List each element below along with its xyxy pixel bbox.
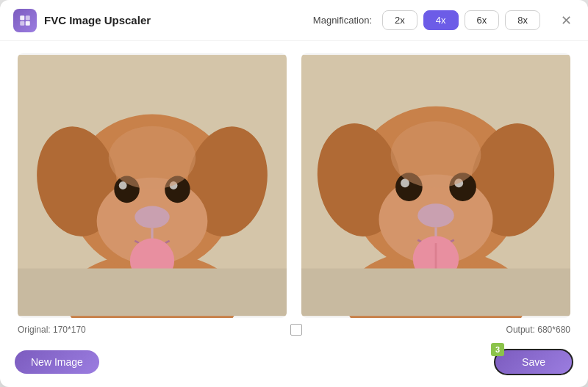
svg-rect-0	[20, 15, 24, 20]
main-content	[0, 41, 588, 318]
compare-icon[interactable]	[290, 324, 302, 336]
svg-point-14	[135, 206, 169, 228]
titlebar: FVC Image Upscaler Magnification: 2x 4x …	[0, 0, 588, 41]
mag-btn-2x[interactable]: 2x	[382, 10, 417, 30]
close-button[interactable]: ✕	[558, 12, 575, 29]
app-window: FVC Image Upscaler Magnification: 2x 4x …	[0, 0, 588, 387]
svg-point-34	[391, 121, 481, 187]
output-size-label: Output: 680*680	[506, 325, 570, 335]
svg-rect-2	[20, 21, 24, 25]
svg-rect-19	[18, 269, 287, 317]
save-badge: 3	[491, 343, 504, 356]
mag-btn-6x[interactable]: 6x	[465, 10, 500, 30]
mag-btn-8x[interactable]: 8x	[505, 10, 540, 30]
info-bar: Original: 170*170 Output: 680*680	[0, 318, 588, 341]
original-image-panel	[18, 53, 287, 318]
magnification-label: Magnification:	[313, 15, 372, 26]
output-image-panel	[301, 53, 570, 318]
app-logo	[13, 9, 37, 32]
original-size-label: Original: 170*170	[18, 325, 86, 335]
footer: New Image 3 Save	[0, 341, 588, 387]
save-button[interactable]: Save	[494, 349, 573, 375]
new-image-button[interactable]: New Image	[15, 350, 99, 374]
svg-rect-3	[26, 21, 30, 25]
svg-point-18	[109, 126, 196, 189]
magnification-buttons: 2x 4x 6x 8x	[382, 10, 540, 30]
svg-point-30	[417, 203, 454, 227]
save-wrapper: 3 Save	[494, 349, 573, 375]
mag-btn-4x[interactable]: 4x	[423, 10, 459, 30]
svg-rect-1	[26, 15, 30, 20]
svg-rect-35	[301, 269, 570, 317]
app-title: FVC Image Upscaler	[44, 14, 151, 26]
